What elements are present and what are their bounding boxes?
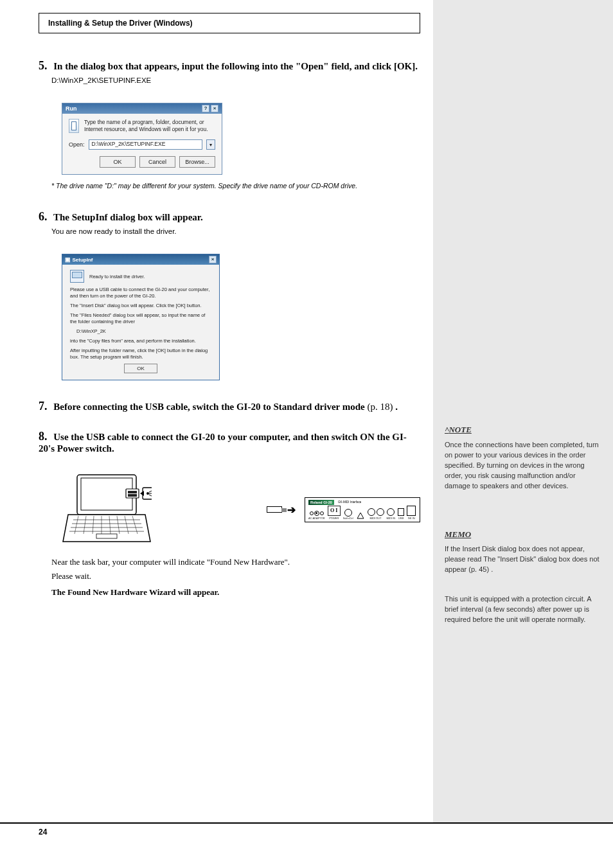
installer-icon (70, 270, 84, 283)
arrow-right-icon: ➔ (287, 504, 296, 516)
run-dialog-description: Type the name of a program, folder, docu… (84, 119, 215, 132)
usb-cable-icon (267, 506, 282, 513)
step-8-body-3: The Found New Hardware Wizard will appea… (51, 587, 219, 597)
close-icon[interactable]: × (209, 256, 217, 263)
help-icon[interactable]: ? (202, 105, 209, 112)
page-footer: 24 (0, 822, 613, 843)
svg-rect-19 (128, 491, 137, 493)
svg-point-17 (147, 492, 149, 495)
browse-button[interactable]: Browse... (179, 156, 215, 168)
step-8-body-2: Please wait. (51, 571, 91, 581)
svg-rect-1 (81, 478, 132, 510)
svg-rect-20 (128, 494, 137, 497)
setupinf-path: D:\WinXP_2K (76, 328, 211, 334)
midi-out-label: Sub\nCtrl (343, 517, 353, 520)
memo-text-2: This unit is equipped with a protection … (445, 594, 601, 625)
step-number: 7. (39, 400, 48, 412)
run-dialog-figure: Run ? × Type the name of a program, fold… (62, 103, 222, 175)
step-heading: In the dialog box that appears, input th… (53, 61, 418, 71)
setupinf-dialog-figure: ▣ SetupInf × Ready to install the driver… (62, 254, 220, 380)
note-icon: ^NOTE (445, 424, 601, 436)
setupinf-p1: Please use a USB cable to connect the GI… (70, 287, 211, 299)
margin-notes-column: ^NOTE Once the connections have been com… (433, 0, 613, 822)
setupinf-p5: After inputting the folder name, click t… (70, 348, 211, 360)
cancel-button[interactable]: Cancel (139, 156, 175, 168)
usb-label: USB (398, 517, 404, 520)
step-number: 5. (39, 59, 48, 72)
chapter-header: Installing & Setup the Driver (Windows) (39, 13, 420, 33)
setupinf-p2: The "Insert Disk" dialog box will appear… (70, 303, 211, 308)
drive-name-note: * The drive name "D:" may be different f… (51, 181, 420, 191)
close-icon[interactable]: × (211, 105, 218, 112)
setupinf-p3: The "Files Needed" dialog box will appea… (70, 312, 211, 324)
step-8-body-1: Near the task bar, your computer will in… (51, 557, 290, 567)
note-text: Once the connections have been completed… (445, 440, 601, 492)
midi-in-label: MIDI IN (387, 517, 396, 520)
ok-button[interactable]: OK (100, 156, 136, 168)
ac-adaptor-label: AC ADAPTOR (308, 517, 325, 520)
svg-marker-22 (357, 513, 364, 518)
step-number: 6. (39, 210, 48, 223)
open-label: Open: (69, 141, 85, 148)
setupinf-title: SetupInf (73, 257, 93, 263)
setupinf-p4: into the "Copy files from" area, and per… (70, 338, 211, 344)
chapter-title: Installing & Setup the Driver (Windows) (48, 19, 193, 28)
setupinf-ready-text: Ready to install the driver. (89, 274, 145, 279)
step-5-path: D:\WinXP_2K\SETUPINF.EXE (51, 76, 151, 84)
model-subtitle: GK-MIDI Interface (338, 500, 361, 504)
laptop-icon (62, 471, 152, 548)
memo-icon: MEMO (445, 529, 601, 541)
brand-label: Roland GI-20 (308, 500, 334, 505)
gk-in-label: GK IN (408, 517, 415, 520)
step-6-body: You are now ready to install the driver. (51, 227, 177, 235)
midi-out-label: MIDI OUT (370, 517, 382, 520)
memo-text-1: If the Insert Disk dialog box does not a… (445, 544, 601, 575)
step-7: 7. Before connecting the USB cable, swit… (39, 400, 420, 413)
step-number: 8. (39, 430, 48, 443)
document-body: Installing & Setup the Driver (Windows) … (0, 0, 433, 822)
step-7-heading-prefix: Before connecting the USB cable, switch … (53, 402, 364, 412)
step-heading: Use the USB cable to connect the GI-20 t… (39, 432, 407, 454)
step-7-page-ref: (p. 18) (367, 402, 393, 412)
run-dialog-title: Run (66, 105, 77, 112)
step-8: 8. Use the USB cable to connect the GI-2… (39, 430, 420, 454)
svg-rect-15 (96, 534, 117, 538)
page-number: 24 (39, 828, 47, 837)
connection-diagram: ➔ Roland GI-20 GK-MIDI Interface (62, 471, 420, 548)
gi20-rear-panel: Roland GI-20 GK-MIDI Interface AC ADAPTO… (305, 497, 420, 522)
run-program-icon (69, 119, 79, 133)
dropdown-icon[interactable]: ▾ (206, 139, 215, 150)
step-5: 5. In the dialog box that appears, input… (39, 59, 420, 86)
step-6: 6. The SetupInf dialog box will appear. … (39, 210, 420, 237)
svg-marker-21 (140, 491, 144, 496)
ok-button[interactable]: OK (124, 364, 157, 373)
power-label: POWER (329, 517, 339, 520)
step-7-heading-suffix: . (395, 402, 398, 412)
step-heading: The SetupInf dialog box will appear. (53, 212, 203, 222)
open-field[interactable]: D:\WinXP_2K\SETUPINF.EXE (89, 139, 202, 150)
